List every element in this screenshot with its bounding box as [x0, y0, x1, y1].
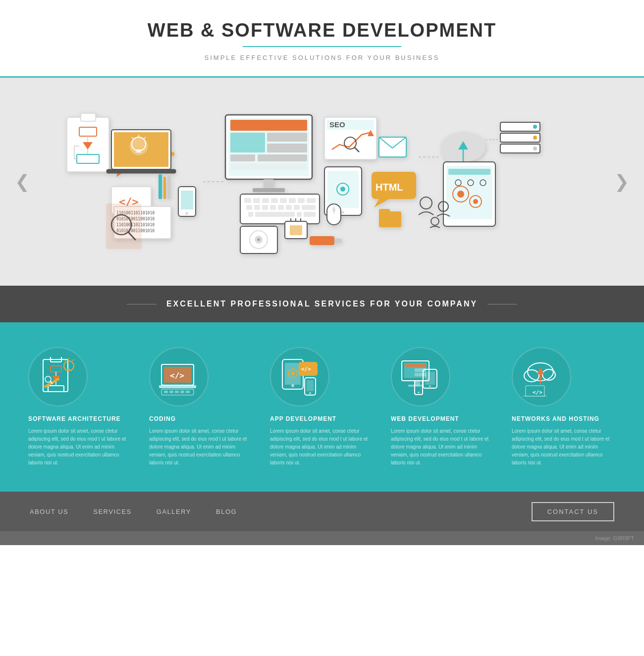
svg-point-110: [257, 238, 260, 241]
service-app-development: </> APP DEVELOPMENT Lorem ipsum dolor si…: [270, 347, 374, 467]
service-software-architecture: SOFTWARE ARCHITECTURE Lorem ipsum dolor …: [28, 347, 132, 467]
app-dev-icon: </>: [280, 357, 320, 397]
app-dev-icon-circle: </>: [270, 347, 329, 406]
svg-marker-62: [374, 199, 389, 207]
svg-rect-150: [169, 391, 173, 393]
svg-rect-100: [248, 212, 253, 217]
svg-rect-43: [267, 133, 307, 142]
svg-rect-48: [264, 179, 273, 189]
svg-rect-87: [271, 198, 278, 203]
svg-rect-47: [230, 163, 307, 170]
svg-rect-134: [48, 386, 64, 392]
contact-us-button[interactable]: CONTACT US: [532, 502, 614, 521]
banner-text: EXCELLENT PROFESSIONAL SERVICES FOR YOUR…: [166, 300, 478, 308]
software-architecture-icon-circle: [28, 347, 88, 406]
svg-rect-86: [262, 198, 269, 203]
svg-rect-25: [163, 177, 166, 199]
svg-point-78: [473, 199, 478, 204]
svg-text:SEO: SEO: [329, 120, 345, 129]
watermark: Image: G9R9FT: [0, 531, 644, 545]
svg-rect-49: [253, 188, 285, 192]
svg-rect-98: [294, 205, 300, 210]
svg-rect-24: [159, 174, 162, 199]
svg-rect-89: [289, 198, 296, 203]
svg-rect-84: [244, 198, 251, 203]
svg-rect-88: [280, 198, 287, 203]
svg-point-127: [431, 217, 439, 225]
svg-rect-169: [415, 368, 426, 372]
prev-arrow[interactable]: ❮: [15, 171, 30, 192]
hero-illustration: </> 1101001101101010 0101010011001010 11…: [62, 107, 582, 256]
service-title-0: SOFTWARE ARCHITECTURE: [28, 415, 121, 422]
svg-rect-112: [290, 225, 302, 235]
dark-banner: EXCELLENT PROFESSIONAL SERVICES FOR YOUR…: [0, 286, 644, 322]
svg-rect-45: [230, 154, 255, 161]
footer-nav-links: ABOUT US SERVICES GALLERY BLOG: [30, 508, 237, 515]
svg-rect-44: [267, 144, 307, 152]
footer-link-blog[interactable]: BLOG: [216, 508, 237, 515]
svg-point-164: [309, 392, 311, 394]
svg-rect-26: [167, 175, 170, 199]
svg-point-58: [341, 211, 344, 214]
svg-rect-116: [310, 236, 334, 245]
service-coding: </> CODING Lorem ipsum dolor sit amet, c…: [149, 347, 253, 467]
svg-text:</>: </>: [170, 371, 184, 380]
next-arrow[interactable]: ❯: [614, 171, 629, 192]
svg-rect-149: [164, 391, 168, 393]
svg-rect-36: [181, 191, 193, 209]
svg-rect-147: [159, 385, 196, 388]
svg-rect-170: [415, 373, 426, 376]
svg-marker-182: [537, 368, 544, 374]
svg-rect-85: [253, 198, 260, 203]
svg-point-177: [418, 392, 420, 394]
title-underline: [243, 46, 401, 47]
svg-rect-152: [180, 391, 184, 393]
svg-point-106: [332, 207, 335, 212]
service-desc-2: Lorem ipsum dolor sit amet, conse ctetur…: [270, 427, 374, 467]
service-desc-1: Lorem ipsum dolor sit amet, conse ctetur…: [149, 427, 253, 467]
web-dev-icon: [401, 357, 440, 397]
svg-text:</>: </>: [301, 366, 311, 372]
svg-point-121: [533, 136, 537, 140]
svg-rect-91: [307, 198, 316, 203]
footer-nav: ABOUT US SERVICES GALLERY BLOG CONTACT U…: [0, 492, 644, 531]
svg-text:HTML: HTML: [376, 182, 403, 193]
footer-link-gallery[interactable]: GALLERY: [157, 508, 191, 515]
svg-rect-1: [81, 113, 96, 121]
watermark-text: Image: G9R9FT: [595, 535, 634, 541]
networks-icon: </>: [522, 357, 561, 397]
svg-point-37: [185, 212, 188, 215]
hero-section: ❮: [0, 78, 644, 286]
svg-rect-185: [523, 396, 547, 397]
svg-rect-168: [405, 368, 414, 376]
svg-rect-103: [304, 212, 316, 217]
page-subtitle: SIMPLE EFFECTIVE SOLUTIONS FOR YOUR BUSI…: [10, 54, 634, 61]
web-dev-icon-circle: [391, 347, 450, 406]
hero-svg: </> 1101001101101010 0101010011001010 11…: [62, 107, 582, 256]
svg-rect-96: [278, 205, 284, 210]
svg-rect-167: [405, 363, 426, 367]
svg-rect-90: [298, 198, 305, 203]
svg-rect-151: [175, 391, 179, 393]
svg-rect-102: [297, 212, 302, 217]
svg-rect-92: [246, 205, 252, 210]
banner-line-right: [487, 304, 517, 304]
service-title-3: WEB DEVELOPMENT: [391, 415, 459, 422]
svg-rect-163: [307, 380, 314, 391]
svg-rect-94: [262, 205, 268, 210]
svg-rect-99: [302, 205, 316, 210]
svg-rect-46: [258, 154, 307, 161]
footer-link-services[interactable]: SERVICES: [93, 508, 132, 515]
svg-point-175: [429, 385, 431, 387]
svg-rect-153: [186, 391, 190, 393]
service-desc-3: Lorem ipsum dolor sit amet, conse ctetur…: [391, 427, 495, 467]
coding-icon-circle: </>: [149, 347, 209, 406]
footer-link-about[interactable]: ABOUT US: [30, 508, 68, 515]
svg-point-156: [291, 384, 294, 387]
header-section: WEB & SOFTWARE DEVELOPMENT SIMPLE EFFECT…: [0, 0, 644, 78]
svg-rect-101: [255, 212, 295, 217]
svg-rect-21: [107, 169, 176, 173]
page-title: WEB & SOFTWARE DEVELOPMENT: [10, 20, 634, 41]
service-title-2: APP DEVELOPMENT: [270, 415, 336, 422]
services-section: SOFTWARE ARCHITECTURE Lorem ipsum dolor …: [0, 322, 644, 492]
